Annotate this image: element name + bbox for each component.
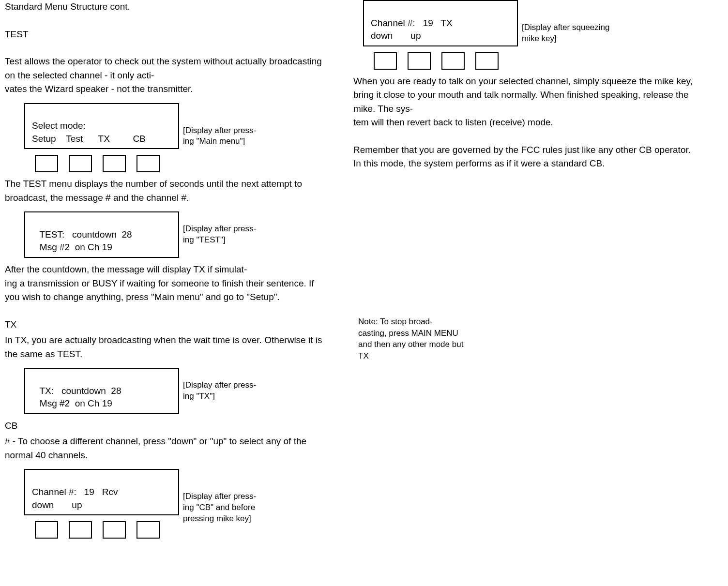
button-row bbox=[24, 515, 179, 539]
soft-button-1[interactable] bbox=[374, 52, 397, 70]
soft-button-3[interactable] bbox=[441, 52, 465, 70]
lcd-line-1: Channel #: 19 TX bbox=[371, 18, 453, 28]
lcd-line-2: down up bbox=[32, 500, 82, 510]
soft-button-4[interactable] bbox=[136, 521, 160, 539]
lcd-display: TEST: countdown 28 Msg #2 on Ch 19 bbox=[24, 211, 179, 258]
soft-button-1[interactable] bbox=[35, 155, 58, 172]
lcd-line-1: TX: countdown 28 bbox=[32, 386, 121, 396]
lcd-block-cb-tx: Channel #: 19 TX down up [Display after … bbox=[363, 0, 697, 70]
tx-heading: TX bbox=[5, 318, 329, 332]
lcd-line-1: TEST: countdown 28 bbox=[32, 229, 132, 240]
soft-button-1[interactable] bbox=[35, 521, 58, 539]
lcd-display: Channel #: 19 Rcv down up bbox=[24, 469, 179, 515]
fcc-note: Remember that you are governed by the FC… bbox=[353, 143, 697, 171]
soft-button-3[interactable] bbox=[103, 155, 126, 172]
page-title: Standard Menu Structure cont. bbox=[5, 0, 329, 14]
test-description: Test allows the operator to check out th… bbox=[5, 55, 329, 96]
cb-description: # - To choose a different channel, press… bbox=[5, 435, 329, 462]
lcd-line-2: Msg #2 on Ch 19 bbox=[32, 242, 112, 252]
lcd-line-1: Select mode: bbox=[32, 120, 86, 131]
lcd-block-cb-rcv: Channel #: 19 Rcv down up [Display after… bbox=[24, 469, 329, 539]
lcd-display: Select mode: Setup Test TX CB bbox=[24, 103, 179, 150]
soft-button-3[interactable] bbox=[103, 521, 126, 539]
lcd-line-2: Setup Test TX CB bbox=[32, 134, 146, 144]
lcd-block-test: TEST: countdown 28 Msg #2 on Ch 19 [Disp… bbox=[24, 211, 329, 258]
lcd-line-1: Channel #: 19 Rcv bbox=[32, 487, 118, 497]
soft-button-4[interactable] bbox=[136, 155, 160, 172]
soft-button-2[interactable] bbox=[69, 155, 92, 172]
soft-button-4[interactable] bbox=[475, 52, 499, 70]
lcd-line-2: Msg #2 on Ch 19 bbox=[32, 398, 112, 408]
test-heading: TEST bbox=[5, 28, 329, 42]
test-description-3: After the countdown, the message will di… bbox=[5, 263, 329, 304]
lcd-block-select-mode: Select mode: Setup Test TX CB [Display a… bbox=[24, 103, 329, 173]
lcd-caption: [Display after press- ing "TX"] bbox=[179, 380, 256, 402]
lcd-caption: [Display after press- ing "Main menu"] bbox=[179, 103, 256, 148]
lcd-line-2: down up bbox=[371, 30, 421, 41]
cb-talk-description: When you are ready to talk on your selec… bbox=[353, 75, 697, 130]
lcd-caption: [Display after press- ing "CB" and befor… bbox=[179, 469, 286, 525]
button-row bbox=[363, 46, 518, 70]
tx-description: In TX, you are actually broadcasting whe… bbox=[5, 333, 329, 361]
button-row bbox=[24, 149, 179, 172]
test-description-2: The TEST menu displays the number of sec… bbox=[5, 177, 329, 205]
right-column: Channel #: 19 TX down up [Display after … bbox=[334, 0, 702, 539]
soft-button-2[interactable] bbox=[408, 52, 431, 70]
cb-heading: CB bbox=[5, 419, 329, 433]
lcd-block-tx: TX: countdown 28 Msg #2 on Ch 19 [Displa… bbox=[24, 368, 329, 414]
soft-button-2[interactable] bbox=[69, 521, 92, 539]
lcd-caption: [Display after squeezing mike key] bbox=[518, 0, 624, 45]
lcd-caption: [Display after press- ing "TEST"] bbox=[179, 224, 256, 246]
left-column: Standard Menu Structure cont. TEST Test … bbox=[0, 0, 334, 539]
lcd-display: TX: countdown 28 Msg #2 on Ch 19 bbox=[24, 368, 179, 414]
stop-broadcast-note: Note: To stop broad- casting, press MAIN… bbox=[358, 316, 465, 362]
lcd-display: Channel #: 19 TX down up bbox=[363, 0, 518, 46]
